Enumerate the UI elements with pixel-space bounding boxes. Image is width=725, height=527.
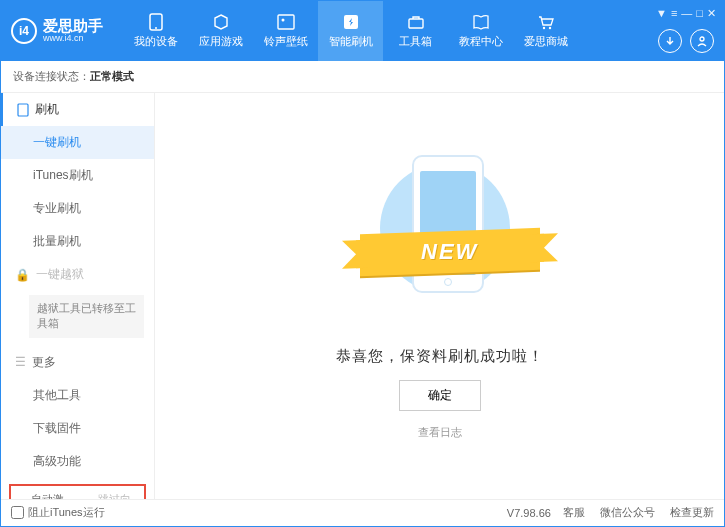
svg-point-7	[548, 27, 550, 29]
svg-rect-2	[278, 15, 294, 29]
sidebar-section-jailbreak: 🔒 一键越狱	[1, 258, 154, 291]
svg-point-8	[700, 37, 704, 41]
svg-point-1	[155, 27, 157, 29]
minimize-icon[interactable]: —	[681, 7, 692, 20]
main-nav: 我的设备 应用游戏 铃声壁纸 智能刷机 工具箱 教程中心 爱思商城	[123, 1, 578, 61]
block-itunes-checkbox[interactable]: 阻止iTunes运行	[11, 505, 105, 520]
nav-apps[interactable]: 应用游戏	[188, 1, 253, 61]
nav-flash[interactable]: 智能刷机	[318, 1, 383, 61]
svg-rect-9	[18, 104, 28, 116]
user-button[interactable]	[690, 29, 714, 53]
sidebar-section-flash[interactable]: 刷机	[1, 93, 154, 126]
nav-ringtones[interactable]: 铃声壁纸	[253, 1, 318, 61]
close-icon[interactable]: ✕	[707, 7, 716, 20]
lock-icon: 🔒	[15, 268, 30, 282]
ok-button[interactable]: 确定	[399, 380, 481, 411]
book-icon	[471, 13, 491, 31]
toolbox-icon	[406, 13, 426, 31]
sidebar-item-pro-flash[interactable]: 专业刷机	[1, 192, 154, 225]
jailbreak-moved-note: 越狱工具已转移至工具箱	[29, 295, 144, 338]
sidebar: 刷机 一键刷机 iTunes刷机 专业刷机 批量刷机 🔒 一键越狱 越狱工具已转…	[1, 93, 155, 499]
flash-icon	[341, 13, 361, 31]
app-url: www.i4.cn	[43, 34, 103, 44]
image-icon	[276, 13, 296, 31]
sidebar-item-oneclick-flash[interactable]: 一键刷机	[1, 126, 154, 159]
new-ribbon: NEW	[360, 227, 540, 275]
svg-rect-4	[344, 15, 358, 29]
skip-guide-checkbox[interactable]: 跳过向导	[82, 492, 141, 499]
nav-store[interactable]: 爱思商城	[513, 1, 578, 61]
highlighted-checkboxes: 自动激活 跳过向导	[9, 484, 146, 499]
cart-icon	[536, 13, 556, 31]
sidebar-item-advanced[interactable]: 高级功能	[1, 445, 154, 478]
sidebar-section-more[interactable]: ☰ 更多	[1, 346, 154, 379]
footer-link-update[interactable]: 检查更新	[670, 506, 714, 518]
footer-link-support[interactable]: 客服	[563, 506, 585, 518]
nav-tutorials[interactable]: 教程中心	[448, 1, 513, 61]
main-panel: NEW 恭喜您，保资料刷机成功啦！ 确定 查看日志	[155, 93, 724, 499]
sidebar-item-itunes-flash[interactable]: iTunes刷机	[1, 159, 154, 192]
phone-icon	[146, 13, 166, 31]
app-logo: i4 爱思助手 www.i4.cn	[11, 18, 103, 44]
footer-link-wechat[interactable]: 微信公众号	[600, 506, 655, 518]
success-message: 恭喜您，保资料刷机成功啦！	[336, 347, 544, 366]
sidebar-item-download-firmware[interactable]: 下载固件	[1, 412, 154, 445]
menu-icon[interactable]: ≡	[671, 7, 677, 20]
logo-icon: i4	[11, 18, 37, 44]
maximize-icon[interactable]: □	[696, 7, 703, 20]
device-status-bar: 设备连接状态：正常模式	[1, 61, 724, 93]
app-name: 爱思助手	[43, 18, 103, 35]
window-controls: ▼ ≡ — □ ✕	[656, 7, 716, 20]
dropdown-icon[interactable]: ▼	[656, 7, 667, 20]
apps-icon	[211, 13, 231, 31]
download-button[interactable]	[658, 29, 682, 53]
view-log-link[interactable]: 查看日志	[418, 425, 462, 440]
nav-my-device[interactable]: 我的设备	[123, 1, 188, 61]
svg-rect-5	[409, 19, 423, 28]
svg-point-3	[281, 19, 284, 22]
svg-point-6	[542, 27, 544, 29]
footer-bar: 阻止iTunes运行 V7.98.66 客服 微信公众号 检查更新	[1, 499, 724, 525]
device-status-value: 正常模式	[90, 70, 134, 82]
sidebar-item-batch-flash[interactable]: 批量刷机	[1, 225, 154, 258]
version-label: V7.98.66	[507, 507, 551, 519]
list-icon: ☰	[15, 355, 26, 369]
sidebar-item-other-tools[interactable]: 其他工具	[1, 379, 154, 412]
success-illustration: NEW	[350, 153, 530, 333]
app-header: i4 爱思助手 www.i4.cn 我的设备 应用游戏 铃声壁纸 智能刷机 工具…	[1, 1, 724, 61]
auto-activate-checkbox[interactable]: 自动激活	[15, 492, 74, 499]
nav-toolbox[interactable]: 工具箱	[383, 1, 448, 61]
